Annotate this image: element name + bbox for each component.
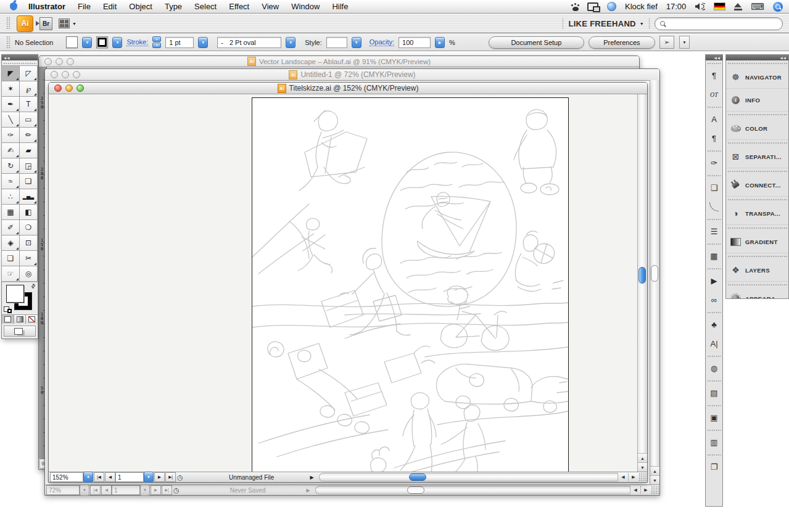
menu-view[interactable]: View xyxy=(255,2,285,11)
mesh-tool[interactable]: ▦ xyxy=(1,204,20,220)
eyedropper-tool[interactable]: ✐ xyxy=(1,219,20,235)
preferences-button[interactable]: Preferences xyxy=(589,36,655,49)
minimize-button[interactable] xyxy=(56,58,63,65)
zoom-dropdown[interactable]: ▼ xyxy=(80,485,89,496)
menu-object[interactable]: Object xyxy=(123,2,159,11)
eraser-tool[interactable]: ▰ xyxy=(19,142,38,158)
free-transform-tool[interactable]: ❏ xyxy=(19,173,38,189)
tab-gradient[interactable]: GRADIENT xyxy=(726,231,788,253)
fill-color-dropdown[interactable]: ▼ xyxy=(82,37,92,48)
select-similar-button[interactable]: ➢ xyxy=(659,36,674,49)
tab-transparency[interactable]: ◑ TRANSPA... xyxy=(726,202,788,225)
scrollbar-thumb[interactable] xyxy=(409,473,426,481)
palette-grip[interactable] xyxy=(707,428,721,432)
swatches-palette-icon[interactable] xyxy=(706,197,722,216)
zoom-tool[interactable]: ◎ xyxy=(19,266,38,282)
palette-grip[interactable] xyxy=(707,61,721,65)
horizontal-scrollbar[interactable] xyxy=(319,473,618,481)
fill-color-well[interactable] xyxy=(6,285,24,303)
close-button[interactable] xyxy=(51,71,58,78)
page-number-field[interactable]: 1 xyxy=(115,472,144,482)
displays-menu-icon[interactable] xyxy=(587,2,598,11)
volume-icon[interactable] xyxy=(695,2,705,10)
pencil-tool[interactable]: ✏ xyxy=(19,127,38,143)
zoom-button[interactable] xyxy=(67,58,74,65)
live-paint-bucket-tool[interactable]: ◈ xyxy=(1,235,20,251)
rectangle-tool[interactable]: ▭ xyxy=(19,112,38,128)
select-similar-dropdown[interactable]: ▼ xyxy=(679,36,690,49)
network-globe-icon[interactable] xyxy=(607,2,616,11)
palette-grip[interactable] xyxy=(707,105,721,109)
page-number-field[interactable]: 1 xyxy=(112,485,140,495)
stroke-palette-icon[interactable]: ☰ xyxy=(706,222,722,241)
palette-grip[interactable] xyxy=(707,379,721,383)
spotlight-icon[interactable] xyxy=(773,2,783,12)
paw-menu-icon[interactable] xyxy=(572,7,579,11)
scroll-right-arrow[interactable]: ▶ xyxy=(640,486,651,494)
stroke-color-dropdown[interactable]: ▼ xyxy=(112,37,122,48)
page-dropdown[interactable]: ▼ xyxy=(140,485,150,496)
previous-page-button[interactable]: ◀ xyxy=(105,472,115,482)
selection-tool[interactable]: ◤ xyxy=(1,65,20,81)
status-popup[interactable]: Unmanaged File ▶ xyxy=(184,472,319,482)
character-styles-palette-icon[interactable]: A xyxy=(706,110,722,129)
palette-grip[interactable] xyxy=(707,354,721,358)
type-tool[interactable]: T xyxy=(19,96,38,112)
blend-tool[interactable]: ❍ xyxy=(19,219,38,235)
direct-selection-tool[interactable]: ◸ xyxy=(19,65,38,81)
document-info-palette-icon[interactable]: ▤ xyxy=(706,383,722,403)
page-dropdown[interactable]: ▼ xyxy=(144,472,154,483)
gradient-mode-button[interactable] xyxy=(14,315,27,324)
palette-grip[interactable] xyxy=(727,61,787,65)
scroll-up-arrow[interactable]: ▲ xyxy=(638,453,647,462)
paintbrush-tool[interactable]: ✑ xyxy=(1,127,20,143)
first-page-button[interactable]: |◀ xyxy=(94,472,104,482)
go-to-bridge-button[interactable]: Br xyxy=(39,17,52,30)
titlebar[interactable]: Ai Untitled-1 @ 72% (CMYK/Preview) xyxy=(45,69,659,81)
artboard-page[interactable] xyxy=(252,97,569,472)
stepper-up-icon[interactable]: ▲ xyxy=(152,36,161,42)
menu-type[interactable]: Type xyxy=(159,2,188,11)
palette-grip[interactable] xyxy=(707,217,721,221)
scroll-left-arrow[interactable]: ◀ xyxy=(618,473,628,481)
palette-grip[interactable] xyxy=(707,403,721,407)
previous-page-button[interactable]: ◀ xyxy=(101,485,112,495)
palette-grip[interactable] xyxy=(707,242,721,246)
zoom-button[interactable] xyxy=(76,84,84,92)
type-tools-palette-icon[interactable]: A| xyxy=(706,334,722,353)
search-input[interactable] xyxy=(668,18,777,28)
workspace-switcher[interactable]: LIKE FREEHAND ▼ xyxy=(568,19,644,28)
search-box[interactable] xyxy=(655,17,783,30)
next-page-button[interactable]: ▶ xyxy=(154,472,165,482)
line-tool[interactable]: ╲ xyxy=(1,112,20,128)
palette-grip[interactable] xyxy=(727,197,787,202)
style-field[interactable] xyxy=(326,37,347,48)
zoom-level-field[interactable]: 72% xyxy=(46,485,80,495)
style-dropdown[interactable]: ▼ xyxy=(352,37,361,48)
canvas-area[interactable] xyxy=(49,94,638,472)
menu-effect[interactable]: Effect xyxy=(223,2,255,11)
titlebar[interactable]: Ai Vector Landscape – Ablauf.ai @ 91% (C… xyxy=(39,56,639,67)
lasso-tool[interactable]: ℘ xyxy=(19,81,38,97)
color-guide-palette-icon[interactable]: ◍ xyxy=(706,359,722,378)
graphic-styles-palette-icon[interactable]: ❑ xyxy=(706,178,722,197)
tab-separations[interactable]: ⊠ SEPARATI... xyxy=(726,145,788,168)
color-mode-button[interactable] xyxy=(2,315,14,324)
vertical-scrollbar[interactable]: ▲ ▼ xyxy=(650,80,659,485)
brush-dropdown[interactable]: ▼ xyxy=(286,37,295,48)
screen-mode-button[interactable] xyxy=(4,325,36,337)
links-palette-icon[interactable]: ∞ xyxy=(706,290,722,309)
first-page-button[interactable]: |◀ xyxy=(90,485,101,495)
hand-tool[interactable]: ☞ xyxy=(1,266,20,282)
illustrator-app-icon[interactable]: Ai xyxy=(17,15,33,32)
transparency-grid-palette-icon[interactable]: ▦ xyxy=(706,247,722,266)
opacity-dropdown[interactable]: ▶ xyxy=(435,37,445,48)
stroke-weight-field[interactable]: 1 pt xyxy=(165,37,194,48)
scrollbar-thumb[interactable] xyxy=(651,265,658,282)
scroll-down-arrow[interactable]: ▼ xyxy=(638,462,647,472)
palette-grip[interactable] xyxy=(707,452,721,457)
align-palette-icon[interactable]: ▥ xyxy=(706,433,722,452)
palette-grip[interactable] xyxy=(727,226,787,230)
stroke-panel-link[interactable]: Stroke: xyxy=(126,38,148,46)
graph-tool[interactable]: ▂▅▃ xyxy=(19,189,38,205)
